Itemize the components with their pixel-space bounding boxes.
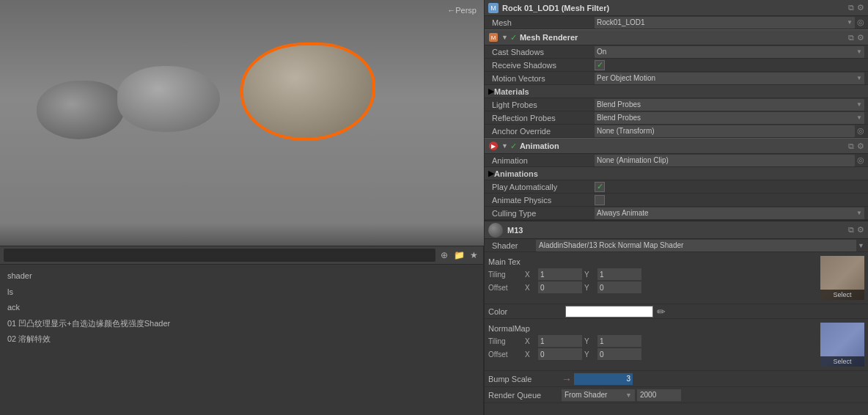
cast-shadows-label: Cast Shadows [492,48,595,56]
dropdown-arrow: ▼ [856,75,862,81]
copy-icon4[interactable]: ⧉ [848,225,854,235]
culling-type-value: Always Animate ▼ [595,208,864,219]
animation-section[interactable]: ▶ ▼ ✓ Animation ⧉ ⚙ [485,138,868,154]
normal-offset-y-input[interactable] [597,348,641,360]
animation-title: Animation [520,142,559,150]
normal-tiling-x-input[interactable] [538,335,582,347]
x-label: X [525,271,536,279]
list-item[interactable]: ls [4,284,479,301]
enabled-check[interactable]: ✓ [510,33,517,43]
stone-selected[interactable] [242,44,374,139]
shader-row: Shader AladdinShader/13 Rock Normal Map … [485,239,868,252]
receive-shadows-row: Receive Shadows ✓ [485,59,868,72]
search-input[interactable] [4,249,435,262]
anchor-override-label: Anchor Override [492,127,595,136]
list-item[interactable]: ack [4,300,479,316]
color-row: Color ✏ [485,304,868,319]
normal-tiling-y-input[interactable] [597,335,641,347]
list-item[interactable]: 01 凹凸纹理显示+自选边缘颜色视强度Shader [4,316,479,332]
bump-scale-input[interactable] [574,373,633,385]
mesh-renderer-section[interactable]: M ▼ ✓ Mesh Renderer ⧉ ⚙ [485,29,868,45]
folder-icon[interactable]: 📁 [453,249,465,261]
star-icon[interactable]: ★ [468,249,479,261]
reflection-probes-dropdown[interactable]: Blend Probes ▼ [595,112,864,124]
tiling-y-input[interactable] [597,268,641,280]
color-swatch[interactable] [565,306,653,317]
motion-vectors-label: Motion Vectors [492,74,595,83]
mesh-filter-header: M Rock 01_LOD1 (Mesh Filter) ⧉ ⚙ [485,0,868,16]
target-icon2[interactable]: ◎ [857,126,864,136]
bump-scale-label: Bump Scale [488,375,562,383]
expand-arrow: ▼ [501,34,508,41]
x-label2: X [525,284,536,292]
play-auto-checkbox[interactable]: ✓ [595,182,605,192]
normal-offset-row: Offset X Y [488,348,817,361]
3d-viewport[interactable]: ←Persp [0,0,484,246]
reflection-probes-row: Reflection Probes Blend Probes ▼ [485,111,868,125]
create-icon[interactable]: ⊕ [438,249,450,261]
select-button[interactable]: Select [820,290,864,300]
ny-label: Y [584,337,595,345]
receive-shadows-label: Receive Shadows [492,61,595,70]
animation-value: None (Animation Clip) ◎ [595,155,864,166]
mesh-prop-row: Mesh Rock01_LOD1 ▼ ◎ [485,16,868,29]
material-header-icons: ⧉ ⚙ [848,225,864,235]
offset-x-input[interactable] [538,282,582,293]
anchor-override-dropdown[interactable]: None (Transform) [595,125,855,137]
list-item[interactable]: shader [4,268,479,284]
light-probes-dropdown[interactable]: Blend Probes ▼ [595,99,864,111]
project-content: shader ls ack 01 凹凸纹理显示+自选边缘颜色视强度Shader … [0,265,483,351]
render-queue-value[interactable]: 2000 [637,389,681,401]
main-tex-label: Main Tex [488,256,817,268]
header-icons: ⧉ ⚙ [848,3,864,12]
culling-type-dropdown[interactable]: Always Animate ▼ [595,208,864,219]
play-auto-value: ✓ [595,182,864,192]
animations-label: Animations [494,169,538,178]
tiling-x-input[interactable] [538,268,582,280]
offset-y-input[interactable] [597,282,641,293]
settings-icon[interactable]: ⚙ [857,3,864,12]
shader-label: Shader [492,241,536,250]
copy-icon3[interactable]: ⧉ [848,142,854,151]
y-label: Y [584,271,595,279]
mesh-dropdown[interactable]: Rock01_LOD1 ▼ [595,17,855,29]
tiling-coords: X Y [525,268,817,280]
normalmap-thumbnail[interactable]: Select [820,323,864,367]
select-button2[interactable]: Select [820,356,864,367]
stone-left [37,81,125,139]
receive-shadows-checkbox[interactable]: ✓ [595,60,605,70]
motion-vectors-dropdown[interactable]: Per Object Motion ▼ [595,73,864,84]
list-item[interactable]: 02 溶解特效 [4,331,479,348]
normalmap-left: NormalMap Tiling X Y Offset X Y [488,323,817,367]
animate-physics-checkbox[interactable] [595,195,605,205]
animate-physics-row: Animate Physics [485,194,868,207]
copy-icon[interactable]: ⧉ [848,3,854,12]
main-tex-thumbnail[interactable]: Select [820,256,864,300]
material-header: M13 ⧉ ⚙ [485,220,868,239]
animations-subsection[interactable]: ▶ Animations [485,167,868,180]
materials-subsection[interactable]: ▶ Materials [485,85,868,98]
copy-icon2[interactable]: ⧉ [848,33,854,43]
settings-icon3[interactable]: ⚙ [857,142,864,151]
mesh-renderer-title: Mesh Renderer [520,33,578,42]
shader-value[interactable]: AladdinShader/13 Rock Normal Map Shader [536,240,856,251]
dropdown-arrow: ▼ [856,48,862,55]
settings-icon4[interactable]: ⚙ [857,225,864,235]
tex-left: Main Tex Tiling X Y Offset X Y [488,256,817,300]
offset-coords: X Y [525,282,817,293]
mesh-renderer-icon: M [488,32,499,43]
settings-icon2[interactable]: ⚙ [857,33,864,43]
render-queue-from[interactable]: From Shader ▼ [562,389,635,401]
animation-dropdown[interactable]: None (Animation Clip) [595,155,855,166]
cast-shadows-dropdown[interactable]: On ▼ [595,46,864,58]
color-label: Color [488,307,562,316]
color-edit-icon[interactable]: ✏ [657,306,666,317]
anim-enabled-check[interactable]: ✓ [510,142,517,151]
inspector-panel: M Rock 01_LOD1 (Mesh Filter) ⧉ ⚙ Mesh Ro… [484,0,868,415]
normal-offset-x-input[interactable] [538,348,582,360]
tiling-row: Tiling X Y [488,268,817,281]
stone-mid [117,66,220,132]
target-icon[interactable]: ◎ [857,18,864,27]
target-icon3[interactable]: ◎ [857,155,864,165]
mesh-filter-title: Rock 01_LOD1 (Mesh Filter) [502,4,609,12]
